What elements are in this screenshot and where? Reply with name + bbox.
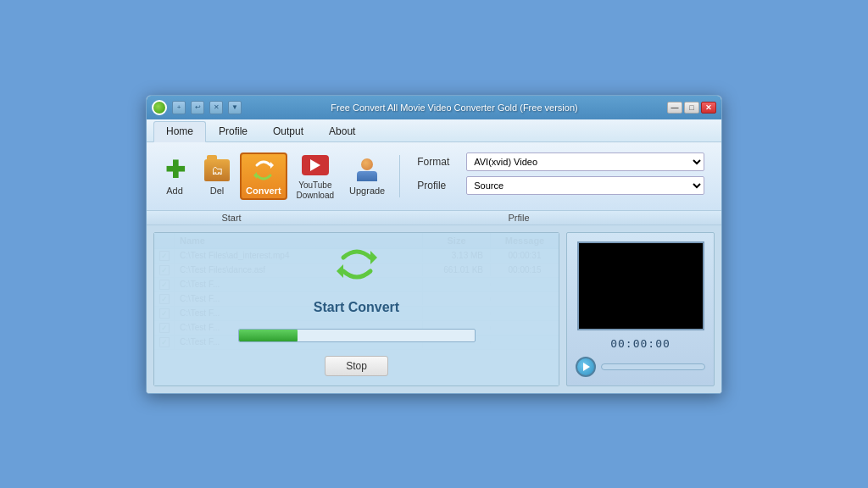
- del-folder-icon: 🗂: [211, 164, 223, 177]
- time-display: 00:00:00: [610, 337, 670, 350]
- svg-marker-2: [370, 251, 377, 264]
- quick-access-1[interactable]: +: [172, 101, 186, 114]
- toolbar-labels: Start Prfile: [147, 211, 721, 225]
- start-label: Start: [221, 213, 241, 223]
- main-window: + ↩ ✕ ▼ Free Convert All Movie Video Con…: [146, 95, 722, 394]
- youtube-play-icon: [310, 159, 320, 171]
- youtube-label: YouTubeDownload: [297, 180, 334, 201]
- convert-overlay: Start Convert Stop: [154, 233, 559, 385]
- minimize-button[interactable]: —: [667, 102, 682, 114]
- progress-bar-container: [238, 329, 476, 342]
- quick-access-2[interactable]: ↩: [191, 101, 204, 114]
- profile-select[interactable]: Source High Quality Low Quality: [466, 176, 704, 195]
- add-label: Add: [166, 186, 183, 196]
- svg-marker-0: [270, 162, 274, 169]
- stop-button[interactable]: Stop: [325, 356, 388, 376]
- folder-tab: [207, 155, 217, 160]
- del-button[interactable]: 🗂 Del: [198, 152, 236, 200]
- seek-bar[interactable]: [601, 363, 705, 370]
- profile-label-area: Prfile: [316, 213, 721, 223]
- person-head-icon: [361, 158, 373, 170]
- upgrade-button[interactable]: Upgrade: [343, 152, 391, 200]
- format-label: Format: [417, 156, 459, 168]
- convert-icon: [250, 157, 277, 184]
- close-button[interactable]: ✕: [701, 102, 716, 114]
- format-panel: Format AVI(xvid) Video MP4 Video MOV Vid…: [409, 151, 713, 202]
- progress-bar-fill: [239, 330, 298, 341]
- add-button[interactable]: ✚ Add: [155, 152, 194, 200]
- youtube-icon: [302, 152, 329, 179]
- format-select[interactable]: AVI(xvid) Video MP4 Video MOV Video: [466, 152, 704, 171]
- file-list-panel: Name Size Message ✓ C:\Test Files\ad_int…: [153, 232, 559, 386]
- start-label-area: Start: [147, 213, 316, 223]
- convert-overlay-title: Start Convert: [314, 300, 399, 315]
- upgrade-icon: [353, 157, 381, 184]
- add-icon: ✚: [161, 157, 188, 184]
- youtube-download-button[interactable]: YouTubeDownload: [291, 147, 340, 205]
- del-icon: 🗂: [203, 157, 231, 184]
- window-controls: — □ ✕: [667, 102, 716, 114]
- toolbar: ✚ Add 🗂 Del: [147, 142, 721, 211]
- menu-bar: Home Profile Output About: [147, 119, 721, 142]
- preview-panel: 00:00:00: [566, 232, 715, 386]
- quick-access-4[interactable]: ▼: [228, 101, 242, 114]
- menu-home[interactable]: Home: [153, 121, 206, 142]
- window-title: Free Convert All Movie Video Converter G…: [242, 103, 667, 113]
- profile-label: Profile: [417, 180, 459, 191]
- convert-label: Convert: [246, 186, 281, 196]
- convert-overlay-icon: [335, 242, 379, 286]
- menu-about[interactable]: About: [316, 121, 368, 141]
- title-bar-left: + ↩ ✕ ▼: [152, 100, 242, 115]
- play-icon: [583, 363, 590, 371]
- video-preview: [577, 241, 704, 330]
- play-button[interactable]: [576, 357, 596, 377]
- toolbar-wrapper: ✚ Add 🗂 Del: [147, 142, 721, 225]
- svg-marker-1: [253, 172, 257, 179]
- convert-button[interactable]: Convert: [240, 152, 287, 200]
- upgrade-label: Upgrade: [349, 186, 385, 196]
- profile-row: Profile Source High Quality Low Quality: [417, 176, 704, 195]
- player-controls: [576, 357, 705, 377]
- title-bar: + ↩ ✕ ▼ Free Convert All Movie Video Con…: [147, 96, 721, 119]
- svg-marker-3: [337, 264, 343, 278]
- prfile-label: Prfile: [508, 213, 529, 223]
- toolbar-divider: [399, 155, 400, 197]
- del-label: Del: [210, 186, 225, 196]
- format-row: Format AVI(xvid) Video MP4 Video MOV Vid…: [417, 152, 704, 171]
- menu-output[interactable]: Output: [260, 121, 316, 141]
- maximize-button[interactable]: □: [684, 102, 699, 114]
- menu-profile[interactable]: Profile: [206, 121, 260, 141]
- app-icon: [152, 100, 167, 115]
- add-plus-icon: ✚: [165, 158, 185, 182]
- person-body-icon: [357, 171, 377, 181]
- content-area: Name Size Message ✓ C:\Test Files\ad_int…: [147, 225, 721, 393]
- quick-access-3[interactable]: ✕: [209, 101, 223, 114]
- convert-arrows-svg: [250, 157, 277, 184]
